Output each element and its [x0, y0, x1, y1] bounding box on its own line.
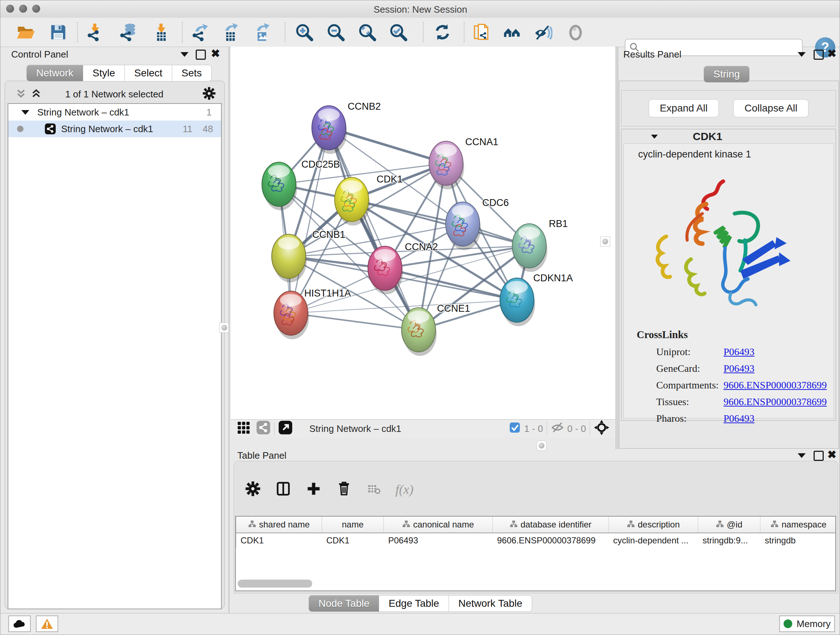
warning-status-button[interactable]: [36, 616, 58, 632]
selected-nodes-checkbox[interactable]: [509, 422, 521, 436]
cell-namespace[interactable]: stringdb: [760, 533, 836, 548]
network-options-gear-icon[interactable]: [202, 87, 216, 102]
tab-style[interactable]: Style: [83, 65, 125, 81]
edge-hist1h1a-ccne1[interactable]: [291, 313, 418, 330]
results-panel-menu-icon[interactable]: [798, 52, 806, 58]
tree-expander-icon[interactable]: [21, 110, 29, 115]
zoom-fit-button[interactable]: [356, 21, 378, 43]
refresh-view-button[interactable]: [431, 21, 453, 43]
add-column-icon[interactable]: [306, 481, 322, 498]
node-ccne1[interactable]: CCNE1: [401, 303, 470, 356]
function-builder-icon[interactable]: f(x): [395, 482, 414, 497]
zoom-in-button[interactable]: [294, 21, 315, 43]
birdseye-grid-icon[interactable]: [237, 420, 251, 437]
tab-sets[interactable]: Sets: [172, 65, 212, 81]
cell-description[interactable]: cyclin-dependent ...: [609, 533, 698, 548]
results-panel-float-icon[interactable]: [813, 50, 824, 61]
import-network-file-button[interactable]: [84, 21, 106, 43]
table-row[interactable]: CDK1CDK1P064939606.ENSP00000378699cyclin…: [236, 533, 835, 548]
column-header--id[interactable]: @id: [698, 516, 760, 532]
tab-network[interactable]: Network: [27, 65, 83, 81]
node-hist1h1a[interactable]: HIST1H1A: [274, 288, 351, 339]
control-panel-close-icon[interactable]: ✖: [211, 50, 220, 57]
control-panel-menu-icon[interactable]: [180, 52, 188, 58]
tab-network-table[interactable]: Network Table: [449, 595, 532, 612]
zoom-selected-button[interactable]: [387, 21, 409, 43]
column-header-canonical-name[interactable]: canonical name: [384, 516, 493, 532]
crosslinks-list: Uniprot:P06493GeneCard:P06493Compartment…: [624, 344, 834, 427]
crosslink-link[interactable]: 9606.ENSP00000378699: [723, 379, 827, 391]
hidden-eye-icon[interactable]: [551, 421, 564, 437]
import-table-icon: [152, 23, 171, 42]
left-splitter-handle[interactable]: [219, 323, 229, 333]
memory-label: Memory: [797, 618, 831, 630]
collapse-all-button[interactable]: Collapse All: [733, 99, 808, 117]
column-header-namespace[interactable]: namespace: [760, 516, 836, 532]
node-ccna2[interactable]: CCNA2: [368, 241, 438, 295]
tab-select[interactable]: Select: [125, 65, 172, 81]
crosslink-link[interactable]: P06493: [723, 346, 755, 358]
crosslink-link[interactable]: P06493: [723, 413, 755, 424]
export-network-button[interactable]: [189, 21, 211, 43]
table-panel-close-icon[interactable]: ✖: [827, 451, 836, 459]
open-in-window-icon[interactable]: [278, 420, 293, 437]
cloud-status-button[interactable]: [8, 616, 31, 632]
column-header-database-identifier[interactable]: database identifier: [493, 516, 609, 532]
table-hscrollbar-thumb[interactable]: [238, 580, 312, 587]
node-cdkn1a[interactable]: CDKN1A: [500, 272, 573, 326]
tab-edge-table[interactable]: Edge Table: [379, 595, 449, 612]
export-image-button[interactable]: [251, 21, 272, 43]
fit-selected-crosshair-icon[interactable]: [594, 420, 609, 438]
delete-column-icon[interactable]: [336, 481, 352, 498]
node-ccnb2[interactable]: CCNB2: [312, 101, 381, 154]
table-panel-menu-icon[interactable]: [798, 453, 806, 459]
delete-table-icon[interactable]: [366, 481, 381, 497]
network-collection-row[interactable]: String Network – cdk1 1: [8, 104, 221, 120]
memory-button[interactable]: Memory: [779, 616, 835, 632]
crosslink-link[interactable]: 9606.ENSP00000378699: [723, 396, 827, 408]
network-canvas[interactable]: CCNB2CCNA1CDC25BCDK1CDC6RB1CCNB1CCNA2CDK…: [231, 47, 615, 419]
node-label-ccna1: CCNA1: [465, 136, 499, 147]
network-row[interactable]: String Network – cdk1 11 48: [8, 120, 221, 137]
edge-ccnb2-ccne1[interactable]: [329, 128, 418, 330]
cell-shared-name[interactable]: CDK1: [236, 533, 322, 548]
cell--id[interactable]: stringdb:9...: [698, 533, 760, 548]
save-session-button[interactable]: [47, 21, 69, 43]
card-collapse-icon[interactable]: [651, 134, 658, 138]
collapse-all-networks-icon[interactable]: [30, 87, 42, 101]
show-columns-icon[interactable]: [275, 481, 291, 498]
edge-ccnb2-hist1h1a[interactable]: [291, 128, 329, 313]
node-cdc25b[interactable]: CDC25B: [262, 159, 340, 211]
tab-node-table[interactable]: Node Table: [309, 595, 379, 612]
zoom-out-button[interactable]: [325, 21, 347, 43]
crosslink-link[interactable]: P06493: [723, 363, 755, 374]
clone-network-button[interactable]: [471, 21, 493, 43]
results-panel-close-icon[interactable]: ✖: [827, 50, 836, 57]
import-network-database-button[interactable]: [117, 21, 139, 43]
cell-name[interactable]: CDK1: [322, 533, 384, 548]
import-table-button[interactable]: [150, 21, 172, 43]
column-header-shared-name[interactable]: shared name: [236, 516, 322, 532]
export-table-button[interactable]: [219, 21, 241, 43]
show-graphics-button[interactable]: [565, 21, 586, 43]
toolbar-separator: [77, 22, 78, 42]
horizontal-splitter-handle[interactable]: [537, 440, 546, 451]
column-header-name[interactable]: name: [322, 516, 384, 532]
table-settings-gear-icon[interactable]: [245, 481, 261, 498]
node-rb1[interactable]: RB1: [512, 218, 568, 272]
cell-canonical-name[interactable]: P06493: [384, 533, 493, 548]
column-header-description[interactable]: description: [609, 516, 698, 532]
network-share-icon[interactable]: [256, 420, 271, 437]
cell-database-identifier[interactable]: 9606.ENSP00000378699: [493, 533, 609, 548]
expand-all-networks-icon[interactable]: [15, 87, 27, 101]
first-neighbors-button[interactable]: [501, 21, 523, 43]
crosslink-row: GeneCard:P06493: [624, 360, 834, 377]
open-session-button[interactable]: [15, 21, 36, 43]
node-cdc6[interactable]: CDC6: [446, 197, 509, 250]
control-panel-float-icon[interactable]: [196, 50, 206, 61]
tab-string[interactable]: String: [704, 66, 750, 82]
expand-all-button[interactable]: Expand All: [649, 99, 719, 117]
right-splitter-handle[interactable]: [600, 236, 610, 247]
current-network-dot-icon: [17, 126, 24, 132]
hide-selected-button[interactable]: [532, 21, 554, 43]
